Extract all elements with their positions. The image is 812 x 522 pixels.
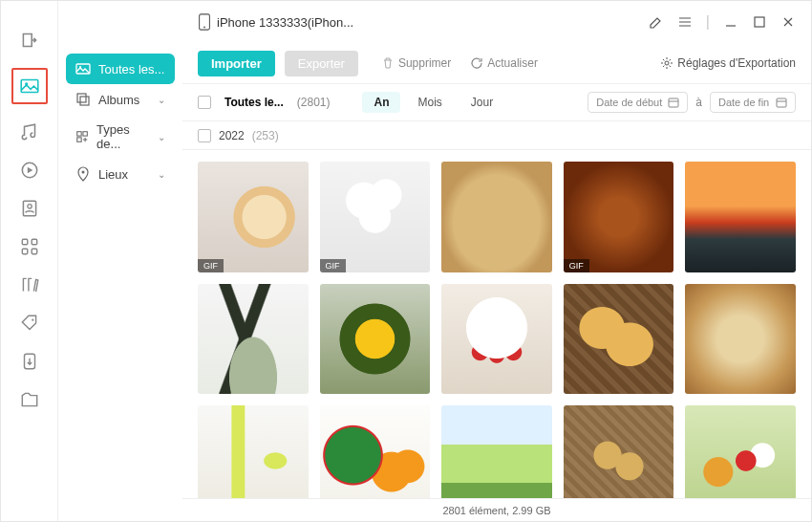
year-checkbox[interactable] <box>198 129 211 142</box>
thumbnail[interactable] <box>564 405 674 498</box>
svg-rect-5 <box>22 239 28 245</box>
window-header: iPhone 1333333(iPhon... | <box>182 1 811 43</box>
backup-icon[interactable] <box>19 351 40 372</box>
gif-badge: GIF <box>564 259 589 272</box>
time-granularity-seg: AnMoisJour <box>362 92 504 113</box>
svg-point-18 <box>82 171 85 174</box>
device-name: iPhone 1333333(iPhon... <box>217 15 353 30</box>
gif-badge: GIF <box>320 259 346 272</box>
chevron-down-icon: ⌄ <box>158 132 165 142</box>
thumbnail[interactable] <box>198 405 309 498</box>
main-area: iPhone 1333333(iPhon... | Importer Expor… <box>182 1 811 521</box>
sidebar-item-0[interactable]: Toutes les... <box>66 54 175 84</box>
svg-rect-13 <box>77 94 86 102</box>
import-button[interactable]: Importer <box>198 51 275 76</box>
year-count: (253) <box>252 129 279 142</box>
svg-rect-24 <box>777 98 786 107</box>
sidebar-item-label: Types de... <box>96 122 150 151</box>
status-text: 2801 élément, 2.99 GB <box>442 505 550 516</box>
refresh-icon <box>470 56 483 70</box>
svg-point-22 <box>665 61 669 65</box>
export-button[interactable]: Exporter <box>285 51 358 76</box>
start-date-input[interactable]: Date de début <box>588 92 688 113</box>
total-count: (2801) <box>297 96 331 109</box>
filter-bar: Toutes le... (2801) AnMoisJour Date de d… <box>182 83 811 121</box>
year-label: 2022 <box>219 129 245 142</box>
photos-icon[interactable] <box>19 76 40 97</box>
video-icon[interactable] <box>19 160 40 181</box>
album-icon <box>75 92 91 107</box>
svg-rect-8 <box>32 249 37 254</box>
nav-rail <box>1 1 58 521</box>
year-group-bar: 2022(253) <box>182 121 811 150</box>
thumbnail[interactable] <box>685 284 796 395</box>
sidebar-item-label: Toutes les... <box>98 62 164 76</box>
refresh-button[interactable]: Actualiser <box>470 56 538 70</box>
contacts-icon[interactable] <box>19 198 40 219</box>
calendar-icon <box>668 97 679 108</box>
export-settings-label: Réglages d'Exportation <box>677 56 796 70</box>
menu-icon[interactable] <box>677 14 693 30</box>
select-all-label: Toutes le... <box>224 96 284 109</box>
thumbnail[interactable] <box>441 162 552 272</box>
chevron-down-icon: ⌄ <box>158 95 165 105</box>
svg-rect-7 <box>22 249 28 254</box>
thumbnail-grid: GIFGIFGIF <box>198 162 796 498</box>
device-label: iPhone 1333333(iPhon... <box>198 13 353 31</box>
gif-badge: GIF <box>198 259 224 272</box>
select-all-checkbox[interactable] <box>198 96 211 109</box>
svg-rect-0 <box>21 79 38 92</box>
apps-icon[interactable] <box>19 236 40 257</box>
calendar-icon <box>776 97 787 108</box>
toolbar: Importer Exporter Supprimer Actualiser R… <box>182 43 811 83</box>
thumbnail[interactable] <box>320 284 431 395</box>
end-date-placeholder: Date de fin <box>718 97 769 108</box>
thumbnail[interactable]: GIF <box>198 162 309 272</box>
thumbnail[interactable]: GIF <box>320 162 431 272</box>
export-icon[interactable] <box>19 30 40 51</box>
sidebar-item-1[interactable]: Albums⌄ <box>66 84 175 115</box>
location-icon <box>75 166 91 182</box>
refresh-label: Actualiser <box>487 56 538 70</box>
svg-point-20 <box>203 27 205 29</box>
svg-rect-15 <box>77 132 81 136</box>
gear-icon <box>660 56 673 70</box>
minimize-icon[interactable] <box>723 14 738 30</box>
sidebar: Toutes les...Albums⌄Types de...⌄Lieux⌄ <box>58 1 182 521</box>
maximize-icon[interactable] <box>752 14 767 30</box>
close-icon[interactable] <box>780 14 796 30</box>
export-settings-button[interactable]: Réglages d'Exportation <box>660 56 796 70</box>
thumbnail[interactable] <box>320 405 431 498</box>
files-icon[interactable] <box>19 389 40 410</box>
thumbnail[interactable] <box>198 284 309 395</box>
seg-mois[interactable]: Mois <box>406 92 453 113</box>
edit-icon[interactable] <box>649 14 664 30</box>
seg-jour[interactable]: Jour <box>459 92 504 113</box>
trash-icon <box>381 56 395 70</box>
thumbnail[interactable] <box>685 405 796 498</box>
books-icon[interactable] <box>19 274 40 295</box>
chevron-down-icon: ⌄ <box>158 169 165 180</box>
svg-rect-14 <box>80 97 89 105</box>
sidebar-item-3[interactable]: Lieux⌄ <box>66 159 175 189</box>
delete-button[interactable]: Supprimer <box>381 56 451 70</box>
end-date-input[interactable]: Date de fin <box>710 92 796 113</box>
thumbnail-scroll[interactable]: GIFGIFGIF <box>182 150 811 498</box>
status-bar: 2801 élément, 2.99 GB <box>182 498 811 521</box>
tags-icon[interactable] <box>19 313 40 334</box>
thumbnail[interactable] <box>441 405 552 498</box>
thumbnail[interactable] <box>441 284 552 395</box>
seg-an[interactable]: An <box>362 92 400 113</box>
thumbnail[interactable] <box>685 162 796 272</box>
sidebar-item-label: Albums <box>98 93 139 107</box>
to-label: à <box>695 96 702 109</box>
thumbnail[interactable] <box>564 284 674 395</box>
types-icon <box>75 129 89 144</box>
music-icon[interactable] <box>19 121 40 142</box>
svg-point-9 <box>32 319 33 321</box>
phone-icon <box>198 13 211 31</box>
thumbnail[interactable]: GIF <box>564 162 674 272</box>
svg-point-4 <box>27 205 31 208</box>
image-icon <box>75 61 91 76</box>
sidebar-item-2[interactable]: Types de...⌄ <box>66 115 175 159</box>
